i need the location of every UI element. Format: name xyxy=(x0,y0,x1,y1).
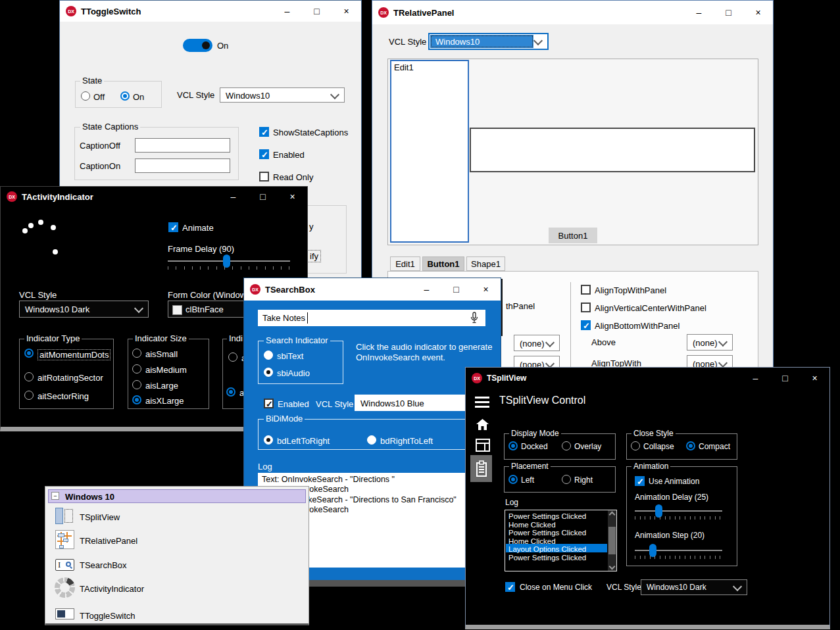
log-item-selected[interactable]: Layout Options Clicked xyxy=(506,544,607,552)
close-button[interactable]: × xyxy=(278,187,307,206)
hamburger-button[interactable] xyxy=(475,397,489,408)
left-dropdown-1[interactable]: (none) xyxy=(514,335,560,351)
sidebar-item-home[interactable] xyxy=(476,418,490,431)
radio-aissmall[interactable] xyxy=(132,349,141,358)
clipped-radio-2[interactable] xyxy=(226,387,235,397)
docked-label: Docked xyxy=(521,442,548,452)
close-button[interactable]: × xyxy=(332,1,361,22)
animation-delay-slider[interactable] xyxy=(635,510,722,512)
microphone-icon[interactable] xyxy=(470,312,479,327)
sidebar-item-power[interactable] xyxy=(470,455,492,482)
log-line[interactable]: Text: OnInvokeSearch - "Directions " xyxy=(262,475,395,485)
animation-step-thumb[interactable] xyxy=(649,544,656,557)
animate-checkbox[interactable] xyxy=(168,222,178,232)
scroll-thumb[interactable] xyxy=(608,527,616,554)
titlebar[interactable]: DX TActivityIndicator – □ × xyxy=(1,187,307,206)
vcl-style-select[interactable]: Windows10 xyxy=(220,87,345,103)
palette-item-tactivityindicator[interactable]: TActivityIndicator xyxy=(45,576,309,600)
radio-aismedium[interactable] xyxy=(132,364,141,374)
titlebar[interactable]: DX TSearchBox – □ × xyxy=(244,278,501,301)
scroll-down-arrow[interactable] xyxy=(609,564,616,570)
frame-delay-label: Frame Delay (90) xyxy=(168,244,234,254)
radio-sbiaudio[interactable] xyxy=(264,368,273,377)
radio-left[interactable] xyxy=(508,475,518,484)
close-button[interactable]: × xyxy=(800,368,829,389)
wide-edit[interactable] xyxy=(470,128,755,172)
vcl-style-select[interactable]: Windows10 xyxy=(428,33,549,50)
radio-sbitext[interactable] xyxy=(264,351,273,360)
enabled-checkbox[interactable] xyxy=(264,399,274,408)
left-label: Left xyxy=(521,475,534,485)
modify-link-fragment[interactable]: ify xyxy=(307,250,321,262)
sidebar-item-layout[interactable] xyxy=(476,439,490,452)
log-item[interactable]: Power Settings Clicked xyxy=(508,553,586,563)
palette-item-ttoggleswitch[interactable]: TToggleSwitch xyxy=(45,606,309,625)
radio-aisxlarge[interactable] xyxy=(132,395,141,404)
edit1-memo[interactable]: Edit1 xyxy=(390,60,469,243)
minimize-button[interactable]: – xyxy=(412,278,441,301)
radio-right[interactable] xyxy=(562,475,571,484)
showstatecaptions-checkbox[interactable] xyxy=(259,127,269,137)
tab-shape1[interactable]: Shape1 xyxy=(466,256,505,271)
toggle-switch[interactable] xyxy=(183,39,212,52)
minimize-button[interactable]: – xyxy=(218,187,248,206)
use-animation-checkbox[interactable] xyxy=(635,476,645,486)
log-listbox[interactable]: Power Settings Clicked Home Clicked Powe… xyxy=(505,510,617,571)
clipped-radio-1[interactable] xyxy=(228,352,237,362)
scroll-up-arrow[interactable] xyxy=(609,512,616,518)
radio-off[interactable] xyxy=(81,91,90,101)
palette-item-trelativepanel[interactable]: TRelativePanel xyxy=(45,529,309,552)
window-title: TToggleSwitch xyxy=(81,7,141,16)
collapse-button[interactable]: − xyxy=(51,492,59,500)
radio-on[interactable] xyxy=(120,91,130,101)
radio-collapse[interactable] xyxy=(631,441,640,450)
close-button[interactable]: × xyxy=(471,278,501,301)
maximize-button[interactable]: □ xyxy=(441,278,471,301)
maximize-button[interactable]: □ xyxy=(770,368,800,389)
captionoff-input[interactable] xyxy=(135,138,230,153)
radio-aislarge[interactable] xyxy=(132,380,141,389)
above-select[interactable]: (none) xyxy=(687,334,733,351)
search-input[interactable]: Take Notes xyxy=(258,310,485,326)
vcl-style-select[interactable]: Windows10 Dark xyxy=(641,579,747,595)
animation-delay-thumb[interactable] xyxy=(655,504,662,518)
radio-bdlefttoright[interactable] xyxy=(264,435,273,445)
close-on-menu-checkbox[interactable] xyxy=(505,582,515,592)
window-splitview: DX TSplitView – □ × TSplitView Control D… xyxy=(465,367,830,629)
radio-overlay[interactable] xyxy=(562,441,571,450)
captionon-input[interactable] xyxy=(135,158,230,173)
enabled-checkbox[interactable] xyxy=(259,149,269,159)
maximize-button[interactable]: □ xyxy=(714,1,743,24)
radio-docked[interactable] xyxy=(508,441,518,450)
minimize-button[interactable]: – xyxy=(741,368,770,389)
palette-header[interactable]: − Windows 10 xyxy=(48,489,306,503)
animation-step-slider[interactable] xyxy=(635,550,722,551)
alignverticalcenter-checkbox[interactable] xyxy=(581,303,591,312)
maximize-button[interactable]: □ xyxy=(302,1,332,22)
titlebar[interactable]: DX TToggleSwitch – □ × xyxy=(60,1,361,22)
alignbottomwithpanel-checkbox[interactable] xyxy=(581,320,591,330)
tab-button1[interactable]: Button1 xyxy=(422,256,464,271)
maximize-button[interactable]: □ xyxy=(248,187,278,206)
enabled-label: Enabled xyxy=(273,150,305,160)
radio-compact[interactable] xyxy=(686,441,695,450)
radio-aitmomentumdots[interactable] xyxy=(24,349,34,358)
close-button[interactable]: × xyxy=(743,1,773,24)
log-scrollbar[interactable] xyxy=(608,510,616,571)
radio-aitrotatingsector[interactable] xyxy=(24,372,34,381)
vcl-style-select[interactable]: Windows10 Dark xyxy=(19,301,149,318)
readonly-checkbox[interactable] xyxy=(259,172,269,182)
button1[interactable]: Button1 xyxy=(549,228,597,243)
radio-bdrighttoleft[interactable] xyxy=(367,435,376,445)
frame-delay-thumb[interactable] xyxy=(223,254,230,268)
palette-item-tsearchbox[interactable]: I TSearchBox xyxy=(45,556,309,576)
titlebar[interactable]: DX TRelativePanel – □ × xyxy=(372,1,773,24)
radio-aitsectorring[interactable] xyxy=(24,391,34,400)
aligntopwithpanel-checkbox[interactable] xyxy=(581,285,591,295)
minimize-button[interactable]: – xyxy=(272,1,302,22)
tab-edit1[interactable]: Edit1 xyxy=(390,256,420,271)
splitview-icon xyxy=(55,507,74,525)
minimize-button[interactable]: – xyxy=(684,1,714,24)
titlebar[interactable]: DX TSplitView – □ × xyxy=(466,368,829,389)
palette-item-tsplitview[interactable]: TSplitView xyxy=(45,504,309,527)
